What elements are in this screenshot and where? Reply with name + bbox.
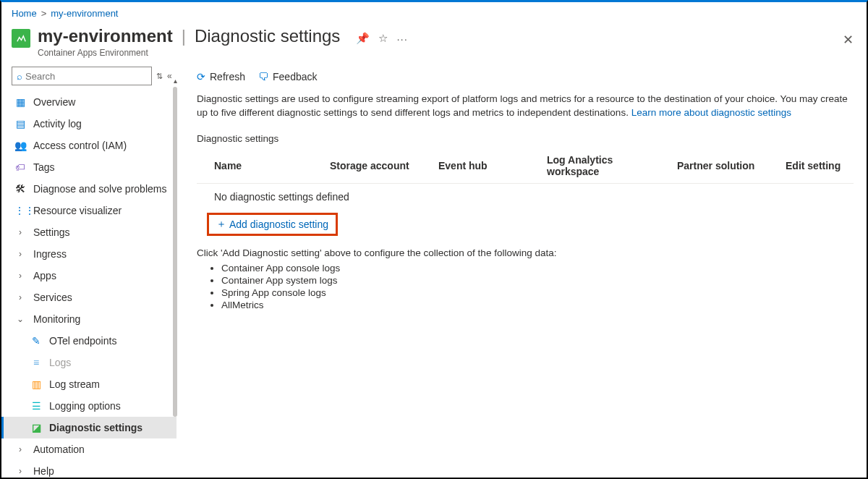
- resource-icon: [12, 29, 30, 48]
- sort-icon[interactable]: ⇅: [156, 72, 163, 81]
- page-title: Diagnostic settings: [195, 26, 340, 46]
- access-control-icon: 👥: [14, 140, 26, 151]
- main-content: ⟳ Refresh 🗨 Feedback Diagnostic settings…: [176, 64, 867, 477]
- otel-icon: ✎: [30, 335, 42, 347]
- section-label: Diagnostic settings: [197, 133, 854, 144]
- sidebar-item-otel[interactable]: ✎ OTel endpoints: [1, 330, 176, 352]
- feedback-button[interactable]: 🗨 Feedback: [258, 71, 317, 82]
- sidebar-item-log-stream[interactable]: ▥ Log stream: [1, 373, 176, 395]
- sidebar-item-label: Settings: [33, 226, 70, 238]
- scroll-down-icon[interactable]: ▾: [174, 475, 177, 479]
- col-partner: Partner solution: [660, 148, 768, 184]
- sidebar-item-logs[interactable]: ≡ Logs: [1, 352, 176, 373]
- diagnostic-settings-table: Name Storage account Event hub Log Analy…: [197, 148, 854, 210]
- chevron-down-icon: ⌄: [14, 314, 26, 324]
- toolbar: ⟳ Refresh 🗨 Feedback: [197, 67, 854, 90]
- diagnostic-settings-icon: ◪: [30, 422, 42, 433]
- sidebar-item-label: Logs: [49, 357, 71, 368]
- list-item: Container App console logs: [221, 263, 854, 274]
- sidebar-item-label: Log stream: [49, 378, 100, 390]
- sidebar-group-ingress[interactable]: › Ingress: [1, 243, 176, 265]
- sidebar-item-label: OTel endpoints: [49, 335, 116, 347]
- resource-type-subtitle: Container Apps Environment: [38, 48, 408, 58]
- sidebar-item-label: Services: [33, 292, 72, 303]
- hint-text: Click 'Add Diagnostic setting' above to …: [197, 247, 854, 258]
- refresh-button[interactable]: ⟳ Refresh: [197, 71, 245, 82]
- sidebar-item-label: Ingress: [33, 248, 67, 260]
- list-item: Spring App console logs: [221, 287, 854, 298]
- sidebar-item-tags[interactable]: 🏷 Tags: [1, 156, 176, 178]
- table-row-empty: No diagnostic settings defined: [197, 183, 854, 210]
- breadcrumb: Home > my-environment: [1, 2, 867, 22]
- log-stream-icon: ▥: [30, 378, 42, 390]
- sidebar-item-label: Help: [33, 465, 54, 477]
- sidebar: ⌕ ⇅ « ▦ Overview ▤ Activity log 👥 Access…: [1, 64, 176, 477]
- favorite-icon[interactable]: ☆: [378, 32, 388, 45]
- resource-name: my-environment: [38, 26, 173, 46]
- sidebar-item-logging-options[interactable]: ☰ Logging options: [1, 395, 176, 417]
- sidebar-group-help[interactable]: › Help: [1, 460, 176, 477]
- sidebar-menu: ▦ Overview ▤ Activity log 👥 Access contr…: [1, 88, 176, 477]
- sidebar-item-diagnostic-settings[interactable]: ◪ Diagnostic settings: [1, 417, 176, 438]
- add-button-label: Add diagnostic setting: [229, 219, 328, 230]
- sidebar-group-automation[interactable]: › Automation: [1, 438, 176, 460]
- sidebar-item-label: Monitoring: [33, 313, 80, 325]
- chevron-right-icon: ›: [14, 249, 26, 259]
- sidebar-group-services[interactable]: › Services: [1, 287, 176, 308]
- visualizer-icon: ⋮⋮: [14, 205, 26, 216]
- sidebar-scrollbar[interactable]: ▴ ▾: [171, 85, 177, 474]
- sidebar-item-label: Diagnose and solve problems: [33, 183, 166, 195]
- add-diagnostic-highlight: ＋ Add diagnostic setting: [207, 213, 338, 236]
- overview-icon: ▦: [14, 96, 26, 108]
- feedback-icon: 🗨: [258, 71, 268, 82]
- sidebar-item-activity-log[interactable]: ▤ Activity log: [1, 113, 176, 135]
- scroll-up-icon[interactable]: ▴: [174, 77, 177, 85]
- learn-more-link[interactable]: Learn more about diagnostic settings: [631, 107, 791, 118]
- sidebar-group-apps[interactable]: › Apps: [1, 265, 176, 287]
- list-item: AllMetrics: [221, 300, 854, 310]
- sidebar-group-settings[interactable]: › Settings: [1, 221, 176, 243]
- search-icon: ⌕: [17, 71, 22, 82]
- sidebar-item-access-control[interactable]: 👥 Access control (IAM): [1, 135, 176, 156]
- pin-icon[interactable]: 📌: [356, 32, 370, 45]
- activity-log-icon: ▤: [14, 118, 26, 130]
- sidebar-group-monitoring[interactable]: ⌄ Monitoring: [1, 308, 176, 330]
- plus-icon: ＋: [216, 218, 226, 231]
- col-law: Log Analytics workspace: [529, 148, 660, 184]
- sidebar-item-label: Automation: [33, 444, 85, 455]
- col-edit: Edit setting: [768, 148, 854, 184]
- sidebar-item-diagnose-solve[interactable]: 🛠 Diagnose and solve problems: [1, 178, 176, 200]
- description-text: Diagnostic settings are used to configur…: [197, 90, 854, 129]
- empty-message: No diagnostic settings defined: [197, 183, 854, 210]
- close-button[interactable]: ✕: [843, 32, 854, 48]
- chevron-right-icon: ›: [14, 444, 26, 454]
- sidebar-search[interactable]: ⌕: [12, 67, 152, 85]
- sidebar-item-overview[interactable]: ▦ Overview: [1, 91, 176, 113]
- chevron-right-icon: ›: [14, 271, 26, 281]
- refresh-icon: ⟳: [197, 71, 205, 82]
- search-input[interactable]: [25, 71, 147, 82]
- sidebar-item-label: Activity log: [33, 118, 82, 130]
- data-types-list: Container App console logs Container App…: [221, 263, 854, 310]
- tags-icon: 🏷: [14, 161, 26, 173]
- collapse-sidebar-icon[interactable]: «: [167, 71, 172, 81]
- logging-options-icon: ☰: [30, 400, 42, 412]
- col-eventhub: Event hub: [421, 148, 529, 184]
- breadcrumb-home[interactable]: Home: [12, 8, 37, 19]
- sidebar-item-label: Apps: [33, 270, 56, 281]
- page-header: my-environment | Diagnostic settings 📌 ☆…: [1, 22, 867, 64]
- feedback-label: Feedback: [273, 71, 317, 82]
- col-name: Name: [197, 148, 312, 184]
- sidebar-item-resource-visualizer[interactable]: ⋮⋮ Resource visualizer: [1, 200, 176, 221]
- col-storage: Storage account: [312, 148, 421, 184]
- refresh-label: Refresh: [210, 71, 245, 82]
- logs-icon: ≡: [30, 357, 42, 368]
- sidebar-item-label: Tags: [33, 161, 55, 173]
- diagnose-icon: 🛠: [14, 183, 26, 195]
- add-diagnostic-setting-button[interactable]: ＋ Add diagnostic setting: [209, 215, 336, 234]
- breadcrumb-resource[interactable]: my-environment: [51, 8, 118, 19]
- sidebar-item-label: Resource visualizer: [33, 205, 122, 216]
- more-icon[interactable]: ···: [396, 33, 408, 45]
- chevron-right-icon: ›: [14, 227, 26, 237]
- sidebar-item-label: Overview: [33, 96, 75, 108]
